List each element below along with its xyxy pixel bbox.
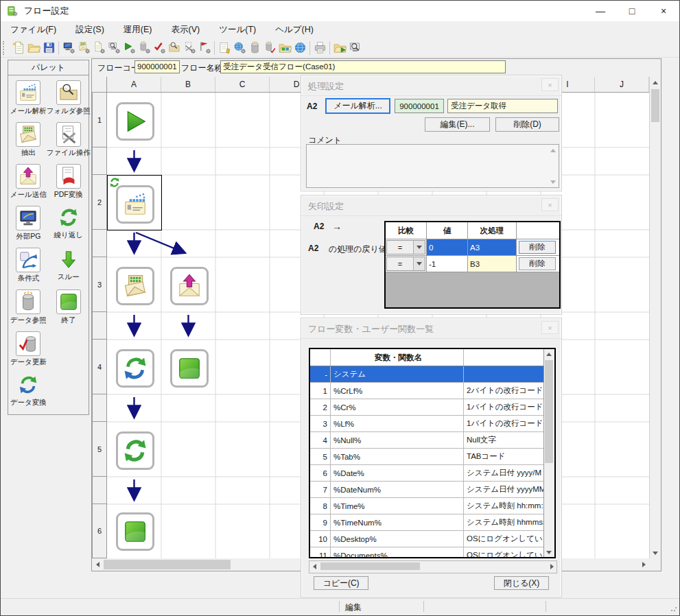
scroll-right-button[interactable] <box>547 561 556 571</box>
palette-item-data-update[interactable]: データ更新 <box>9 331 48 367</box>
process-name-field[interactable]: 受注データ取得 <box>447 99 558 113</box>
value-cell[interactable]: -1 <box>427 256 468 272</box>
resize-grip[interactable] <box>670 605 677 612</box>
close-icon[interactable]: × <box>541 321 559 334</box>
palette-item-repeat[interactable]: 繰り返し <box>49 206 88 241</box>
variable-row[interactable]: 7%DateNum%システム日付 yyyyMM <box>310 482 554 498</box>
col-header-b[interactable]: B <box>161 77 215 92</box>
toolbar-grip[interactable] <box>3 41 9 55</box>
variable-row[interactable]: 11%Documents%OSにログオンしているユ <box>310 547 554 558</box>
delete-row-button[interactable]: 削除 <box>519 241 556 254</box>
close-button[interactable]: × <box>648 1 679 21</box>
flow-node-a3-mail-extract[interactable] <box>116 267 154 305</box>
menu-settings[interactable]: 設定(S) <box>66 21 114 38</box>
database-icon[interactable] <box>247 40 262 56</box>
variable-row[interactable]: 9%TimeNum%システム時刻 hhmmss <box>310 514 554 531</box>
open-folder-icon[interactable] <box>26 40 41 56</box>
copy-button[interactable]: コピー(C) <box>314 576 368 590</box>
palette-item-folder-search[interactable]: フォルダ参照 <box>49 80 88 116</box>
flow-node-a1-start[interactable] <box>116 102 154 141</box>
flow-node-a2-mail-parse[interactable] <box>116 185 154 224</box>
flow-node-b4-end[interactable] <box>170 349 209 388</box>
palette-item-condition[interactable]: 条件式 <box>9 248 48 283</box>
scroll-left-button[interactable] <box>92 558 103 571</box>
palette-item-through[interactable]: スルー <box>49 248 88 283</box>
palette-item-pdf-convert[interactable]: PDF変換 <box>49 164 88 200</box>
extract-settings-icon[interactable] <box>76 40 91 56</box>
menu-tools[interactable]: ツール(T) <box>209 21 266 38</box>
tool-settings-icon[interactable] <box>182 40 197 56</box>
close-icon[interactable]: × <box>541 78 559 91</box>
row-header-3[interactable]: 3 <box>92 257 107 312</box>
compare-dropdown[interactable]: = <box>386 257 425 271</box>
flow-node-b3-mail-send[interactable] <box>170 267 209 305</box>
col-header-j[interactable]: J <box>595 77 649 92</box>
monitor-settings-icon[interactable] <box>61 40 76 56</box>
scroll-thumb[interactable] <box>320 562 420 570</box>
col-header-c[interactable]: C <box>215 77 270 92</box>
network-settings-icon[interactable] <box>232 40 247 56</box>
minimize-button[interactable]: — <box>585 1 616 21</box>
variable-row[interactable]: 4%Null%Null文字 <box>310 432 554 449</box>
menu-help[interactable]: ヘルプ(H) <box>266 21 323 38</box>
row-header-2[interactable]: 2 <box>92 175 107 230</box>
variable-row[interactable]: 6%Date%システム日付 yyyy/M <box>310 465 554 482</box>
menu-file[interactable]: ファイル(F) <box>1 21 66 38</box>
next-cell[interactable]: A3 <box>468 239 517 255</box>
comment-textarea[interactable] <box>306 144 559 188</box>
database-check-icon[interactable] <box>262 40 277 56</box>
clipboard-settings-icon[interactable] <box>91 40 106 56</box>
chevron-down-icon[interactable] <box>413 241 425 254</box>
variable-row[interactable]: 10%Desktop%OSにログオンしているユ <box>310 531 554 547</box>
scroll-down-button[interactable] <box>650 547 661 558</box>
flow-code-field[interactable]: 900000001 <box>134 60 180 73</box>
note-edit-icon[interactable] <box>217 40 232 56</box>
flag-settings-icon[interactable] <box>197 40 212 56</box>
delete-button[interactable]: 削除(D) <box>495 117 559 132</box>
preview-search-icon[interactable] <box>347 40 362 56</box>
variable-row[interactable]: 3%Lf%1バイトの改行コード、" <box>310 416 554 432</box>
row-header-4[interactable]: 4 <box>92 340 107 394</box>
value-cell[interactable]: 0 <box>427 239 468 255</box>
globe-icon[interactable] <box>292 40 307 56</box>
image-folder-icon[interactable] <box>277 40 292 56</box>
variable-row[interactable]: -システム <box>310 366 554 383</box>
close-dialog-button[interactable]: 閉じる(X) <box>494 576 549 590</box>
flow-name-field[interactable]: 受注データ受信フロー(Case01) <box>220 60 506 73</box>
print-icon[interactable] <box>312 40 327 56</box>
scroll-thumb[interactable] <box>651 89 659 122</box>
grid-vertical-scrollbar[interactable] <box>649 77 661 558</box>
process-type-button[interactable]: メール解析... <box>325 98 390 114</box>
run-settings-icon[interactable] <box>121 40 137 56</box>
row-header-1[interactable]: 1 <box>92 93 107 147</box>
menu-operation[interactable]: 運用(E) <box>114 21 162 38</box>
table-vertical-scrollbar[interactable] <box>543 349 554 557</box>
database-settings-icon[interactable] <box>137 40 152 56</box>
palette-item-external-program[interactable]: 外部PG <box>9 206 48 241</box>
map-search-icon[interactable] <box>167 40 182 56</box>
compare-dropdown[interactable]: = <box>386 240 425 254</box>
variable-row[interactable]: 5%Tab%TABコード <box>310 449 554 465</box>
palette-item-mail-parse[interactable]: メール解析 <box>9 80 48 116</box>
col-header-a[interactable]: A <box>107 77 161 92</box>
variable-row[interactable]: 1%CrLf%2バイトの改行コード、" <box>310 383 554 399</box>
delete-row-button[interactable]: 削除 <box>519 257 556 270</box>
maximize-button[interactable]: □ <box>616 1 648 21</box>
palette-item-data-convert[interactable]: データ変換 <box>9 373 48 407</box>
palette-item-mail-extract[interactable]: 抽出 <box>9 122 48 158</box>
edit-button[interactable]: 編集(E)... <box>425 117 490 132</box>
flow-node-a4-data-convert[interactable] <box>116 349 154 388</box>
row-header-6[interactable]: 6 <box>92 504 107 558</box>
scroll-up-button[interactable] <box>544 349 554 359</box>
screen-settings-icon[interactable] <box>106 40 121 56</box>
palette-item-data-reference[interactable]: データ参照 <box>9 289 48 325</box>
flow-node-a6-end[interactable] <box>116 512 154 551</box>
scroll-left-button[interactable] <box>309 561 319 571</box>
next-cell[interactable]: B3 <box>468 256 517 272</box>
palette-item-file-operations[interactable]: ファイル操作 <box>49 122 88 158</box>
flow-node-a5-repeat[interactable] <box>116 431 154 470</box>
process-code-field[interactable]: 900000001 <box>395 99 444 113</box>
scroll-thumb[interactable] <box>104 560 231 569</box>
palette-item-end[interactable]: 終了 <box>49 289 88 325</box>
palette-item-mail-send[interactable]: メール送信 <box>9 164 48 200</box>
